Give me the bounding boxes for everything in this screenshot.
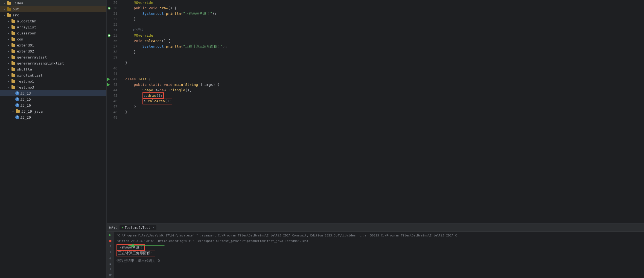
tree-item-extend01[interactable]: extend01 [0, 42, 106, 48]
ln-39b [107, 60, 120, 66]
run-close-btn[interactable]: × [153, 226, 155, 229]
folder-icon-extend01 [11, 43, 16, 47]
tree-item-shuffle[interactable]: shuffle [0, 66, 106, 72]
tree-item-generarraylist[interactable]: generarraylist [0, 54, 106, 60]
tree-item-testdmo3[interactable]: Testdmo3 [0, 84, 106, 90]
folder-icon-generarraylist [11, 55, 16, 59]
tree-item-j3-13[interactable]: C J3_13 [0, 90, 106, 96]
code-line-36: void calcArea() { [125, 38, 644, 44]
chevron-idea [2, 2, 7, 5]
folder-icon-shuffle [11, 67, 16, 71]
ln-34: 34 [107, 27, 120, 33]
tree-item-extend02[interactable]: extend02 [0, 48, 106, 54]
ln-47: 47 [107, 104, 120, 109]
ln-35: ● 35 [107, 33, 120, 38]
tree-item-j3-16[interactable]: C J3_16 [0, 102, 106, 108]
ln-36: 36 [107, 38, 120, 44]
code-line-39 [125, 55, 644, 60]
ln-40: 40 [107, 66, 120, 71]
run-tab[interactable]: ▶ Testdmo3.Test × [120, 225, 156, 230]
folder-icon-j3-19 [15, 109, 20, 113]
chevron-generarraysinglinklist [7, 62, 11, 65]
tree-label-testdmo1: Testdmo1 [17, 79, 34, 83]
folder-icon-src [7, 13, 11, 17]
ln-49: 49 [107, 115, 120, 120]
code-content[interactable]: @Override public void draw() { System.ou… [123, 0, 644, 223]
chevron-shuffle [7, 68, 11, 71]
folder-icon-extend02 [11, 49, 16, 53]
editor-wrapper: 29 ● 30 31 32 33 34 ● 35 36 37 38 39 40 [107, 0, 644, 278]
run-play-btn[interactable]: ▶ [108, 233, 113, 237]
tree-item-j3-20[interactable]: C J3_20 [0, 114, 106, 120]
folder-icon-algorithm [11, 19, 16, 23]
chevron-testdmo1 [7, 80, 11, 83]
tree-label-extend01: extend01 [17, 43, 34, 47]
ln-37: 37 [107, 44, 120, 49]
run-stop-btn[interactable]: ■ [108, 238, 113, 242]
tree-item-arraylist[interactable]: ArrayList [0, 24, 106, 30]
code-line-42: class Test { [125, 77, 644, 82]
ln-42: 42 [107, 77, 120, 82]
output-highlight-2: 正在计算三角形面积！ [116, 250, 155, 256]
tree-item-com[interactable]: com [0, 36, 106, 42]
ln-33: 33 [107, 22, 120, 27]
tree-item-j3-15[interactable]: C J3_15 [0, 96, 106, 102]
code-line-45: s.draw(); [125, 93, 644, 98]
highlight-box-2: s.calcArea(); [142, 98, 173, 104]
output-line-2: 正在计算三角形面积！ [116, 250, 642, 256]
tree-item-algorithm[interactable]: algorithm [0, 18, 106, 24]
cmd-text-1: "C:\Program Files\Java\jdk-17\bin\java.e… [116, 233, 457, 238]
code-line-46: s.calcArea(); [125, 98, 644, 104]
code-text-30 [125, 5, 134, 11]
java-icon-j3-13: C [15, 91, 19, 95]
ln-30: ● 30 [107, 5, 120, 11]
output-cmd-1: "C:\Program Files\Java\jdk-17\bin\java.e… [116, 233, 642, 238]
folder-icon-singlinklist [11, 73, 16, 77]
tree-label-shuffle: shuffle [17, 67, 32, 71]
bottom-panel: 运行: ▶ Testdmo3.Test × ▶ ■ ↑ ↓ ⚙ ≡ ⤓ [107, 223, 644, 278]
tree-item-generarraysinglinklist[interactable]: generarraysinglinklist [0, 60, 106, 66]
folder-icon-generarraysinglinklist [11, 61, 16, 65]
run-up-btn[interactable]: ↑ [108, 244, 113, 248]
code-line-31: System.out.println("正在画三角形！"); [125, 11, 644, 16]
folder-icon-idea [7, 1, 11, 5]
chevron-j3-19 [11, 110, 15, 113]
code-line-37: System.out.println("正在计算三角形面积！"); [125, 44, 644, 49]
tree-label-j3-19: J3_19.java [21, 109, 43, 113]
code-line-38: } [125, 49, 644, 55]
chevron-out [2, 8, 7, 11]
tree-item-classroom[interactable]: classroom [0, 30, 106, 36]
line-numbers: 29 ● 30 31 32 33 34 ● 35 36 37 38 39 40 [107, 0, 123, 223]
run-trash-btn[interactable]: 🗑 [108, 273, 113, 277]
output-exit: 进程已结束，退出代码为 0 [116, 258, 642, 264]
tree-item-idea[interactable]: .idea [0, 0, 106, 6]
tree-item-singlinklist[interactable]: singlinklist [0, 72, 106, 78]
main-area: .idea out src algorithm ArrayList [0, 0, 644, 278]
code-line-33 [125, 22, 644, 27]
code-line-29: @Override [125, 0, 644, 5]
chevron-generarraylist [7, 56, 11, 59]
run-layout-btn[interactable]: ≡ [108, 262, 113, 266]
tree-label-classroom: classroom [17, 31, 36, 35]
ln-41: 41 [107, 71, 120, 77]
tree-item-testdmo1[interactable]: Testdmo1 [0, 78, 106, 84]
tree-item-j3-19[interactable]: J3_19.java [0, 108, 106, 114]
tree-item-out[interactable]: out [0, 6, 106, 12]
run-sidebar: ▶ ■ ↑ ↓ ⚙ ≡ ⤓ 🗑 [107, 232, 114, 278]
tree-item-src[interactable]: src [0, 12, 106, 18]
ln-48: 48 [107, 109, 120, 115]
code-line-40 [125, 66, 644, 71]
run-export-btn[interactable]: ⤓ [108, 267, 113, 271]
folder-icon-out [7, 7, 11, 11]
run-tab-label: Testdmo3.Test [125, 226, 150, 230]
tree-label-out: out [13, 7, 19, 11]
output-cmd-2: Edition 2023.3.4\bin" -Dfile.encoding=UT… [116, 238, 642, 244]
run-tools-btn[interactable]: ⚙ [108, 256, 113, 260]
run-down-btn[interactable]: ↓ [108, 250, 113, 253]
folder-icon-testdmo1 [11, 79, 16, 83]
exit-text: 进程已结束，退出代码为 0 [116, 258, 160, 264]
ln-31: 31 [107, 11, 120, 16]
code-line-34: 1个用法 [125, 27, 644, 33]
ln-29: 29 [107, 0, 120, 5]
run-toolbar: 运行: ▶ Testdmo3.Test × [107, 224, 644, 232]
